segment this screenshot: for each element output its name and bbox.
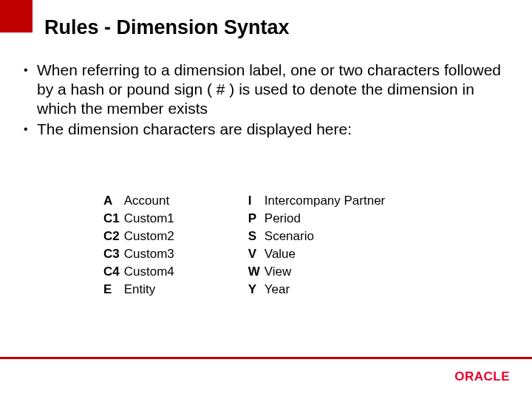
footer-divider [0,357,532,359]
slide-title: Rules - Dimension Syntax [44,16,290,39]
bullet-text: The dimension characters are displayed h… [37,120,352,139]
table-names: Intercompany Partner Period Scenario Val… [265,192,385,299]
table-codes: A C1 C2 C3 C4 E [103,192,120,299]
bullet-text: When referring to a dimension label, one… [37,61,502,118]
table-names: Account Custom1 Custom2 Custom3 Custom4 … [124,192,174,299]
table-column-1: A C1 C2 C3 C4 E Account Custom1 Custom2 … [103,192,174,299]
bullet-item: • When referring to a dimension label, o… [24,61,502,118]
dimension-table: A C1 C2 C3 C4 E Account Custom1 Custom2 … [103,192,385,299]
slide-body: • When referring to a dimension label, o… [24,61,502,140]
oracle-logo: ORACLE [454,369,510,384]
bullet-dot: • [24,61,37,80]
table-column-2: I P S V W Y Intercompany Partner Period … [248,192,386,299]
bullet-item: • The dimension characters are displayed… [24,120,502,139]
bullet-dot: • [24,120,37,139]
slide: Rules - Dimension Syntax • When referrin… [0,0,532,399]
table-codes: I P S V W Y [248,192,260,299]
header-red-square [0,0,33,33]
